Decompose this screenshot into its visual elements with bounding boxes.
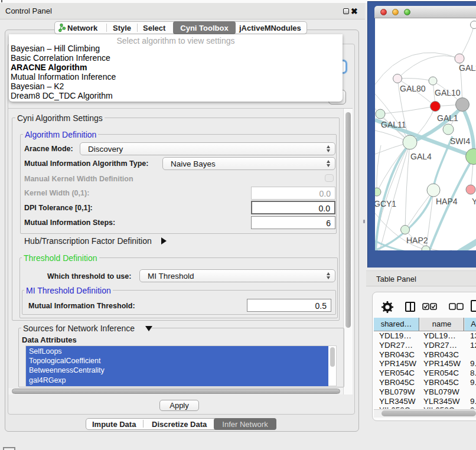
- svg-text:GAL10: GAL10: [435, 88, 461, 97]
- svg-text:GAL4: GAL4: [410, 152, 432, 161]
- svg-text:HAP2: HAP2: [406, 236, 428, 245]
- svg-text:GAL80: GAL80: [400, 84, 426, 93]
- svg-text:GAL11: GAL11: [381, 120, 406, 129]
- svg-text:GAL1: GAL1: [437, 113, 458, 123]
- svg-text:SWI4: SWI4: [450, 136, 470, 146]
- svg-text:GCY1: GCY1: [375, 199, 396, 208]
- svg-text:GAL2: GAL2: [459, 63, 476, 73]
- svg-text:Y: Y: [472, 197, 476, 206]
- svg-text:HAP4: HAP4: [436, 197, 458, 206]
